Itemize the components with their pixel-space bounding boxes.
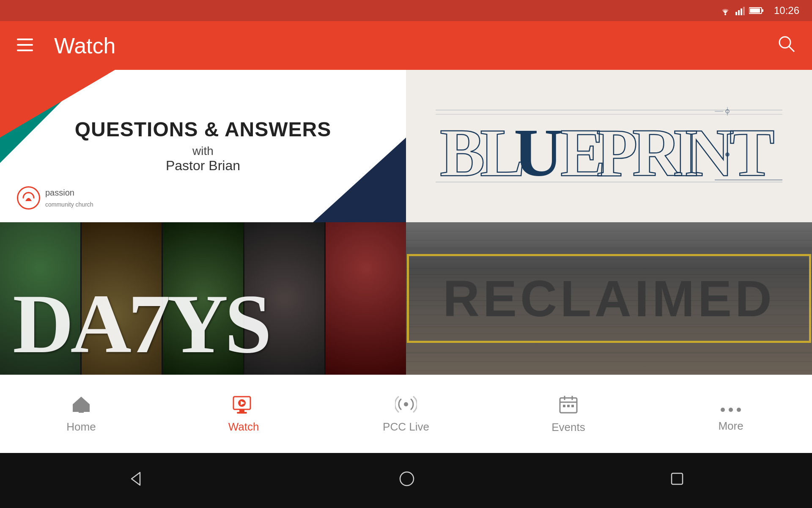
time-display: 10:26 (774, 5, 799, 17)
recent-button[interactable] (669, 471, 685, 490)
svg-text:N: N (685, 115, 734, 188)
more-label: More (718, 420, 743, 433)
bottom-nav: Home Watch PCC Live (0, 375, 812, 453)
home-button[interactable] (398, 470, 415, 491)
svg-rect-35 (237, 412, 247, 414)
svg-rect-51 (672, 473, 683, 484)
events-label: Events (551, 421, 585, 434)
svg-rect-4 (743, 7, 745, 15)
card-reclaimed[interactable]: RECLAIMED (406, 222, 812, 375)
svg-text:P: P (596, 115, 638, 188)
svg-marker-49 (132, 472, 140, 485)
passion-text: passioncommunity church (45, 187, 93, 209)
reclaimed-box: RECLAIMED (407, 254, 811, 343)
svg-rect-10 (17, 50, 33, 51)
svg-rect-34 (239, 409, 244, 412)
svg-point-11 (779, 37, 790, 48)
days-title: DA7YS (13, 282, 393, 366)
card-qa[interactable]: QUESTIONS & ANSWERS with Pastor Brian pa… (0, 70, 406, 222)
wifi-icon (719, 6, 731, 15)
card-blueprint[interactable]: B L U E P R I N (406, 70, 812, 222)
watch-icon (233, 395, 255, 417)
blueprint-container: B L U E P R I N (406, 70, 812, 222)
svg-rect-2 (738, 10, 740, 15)
svg-point-47 (729, 408, 733, 412)
home-icon (71, 395, 91, 417)
svg-rect-7 (762, 9, 763, 12)
pcc-live-label: PCC Live (383, 420, 429, 433)
status-bar: 10:26 (0, 0, 812, 21)
search-icon[interactable] (777, 35, 795, 57)
watch-label: Watch (228, 420, 259, 433)
svg-rect-45 (571, 405, 574, 407)
home-label: Home (66, 420, 96, 433)
more-icon (720, 396, 742, 416)
svg-point-48 (737, 408, 741, 412)
svg-line-12 (789, 47, 794, 52)
qa-content: QUESTIONS & ANSWERS with Pastor Brian (66, 110, 340, 182)
qa-title: QUESTIONS & ANSWERS (75, 119, 332, 141)
system-nav (0, 453, 812, 508)
svg-point-46 (721, 408, 725, 412)
svg-rect-44 (567, 405, 570, 407)
svg-rect-43 (563, 405, 565, 407)
app-title: Watch (54, 33, 777, 58)
nav-item-more[interactable]: More (650, 389, 812, 439)
passion-logo: passioncommunity church (17, 186, 93, 210)
svg-text:T: T (730, 115, 775, 188)
broadcast-icon (395, 395, 417, 417)
svg-point-38 (404, 402, 408, 406)
nav-item-pcc-live[interactable]: PCC Live (325, 389, 487, 440)
svg-rect-1 (735, 12, 737, 15)
nav-item-events[interactable]: Events (487, 388, 650, 440)
svg-point-0 (724, 14, 726, 15)
top-bar: Watch (0, 21, 812, 70)
days-overlay: DA7YS (0, 273, 406, 375)
svg-point-50 (400, 472, 414, 486)
qa-subtitle: with (75, 144, 332, 158)
card-days[interactable]: DA7YS (0, 222, 406, 375)
svg-rect-32 (79, 408, 84, 413)
qa-pastor: Pastor Brian (75, 158, 332, 174)
status-icons: 10:26 (719, 5, 799, 17)
svg-rect-8 (17, 39, 33, 40)
nav-item-home[interactable]: Home (0, 389, 162, 440)
signal-icon (735, 6, 745, 15)
svg-rect-9 (17, 44, 33, 46)
passion-logo-icon (17, 186, 40, 210)
nav-item-watch[interactable]: Watch (162, 389, 325, 440)
reclaimed-text: RECLAIMED (443, 273, 775, 324)
svg-text:U: U (514, 115, 563, 188)
menu-icon[interactable] (17, 38, 33, 54)
battery-icon (749, 7, 763, 14)
blueprint-svg: B L U E P R I N (436, 104, 782, 188)
svg-rect-6 (750, 8, 760, 13)
content-grid: QUESTIONS & ANSWERS with Pastor Brian pa… (0, 70, 812, 375)
svg-point-30 (725, 152, 730, 157)
events-icon (559, 395, 578, 417)
back-button[interactable] (127, 470, 144, 491)
svg-rect-3 (741, 8, 742, 15)
